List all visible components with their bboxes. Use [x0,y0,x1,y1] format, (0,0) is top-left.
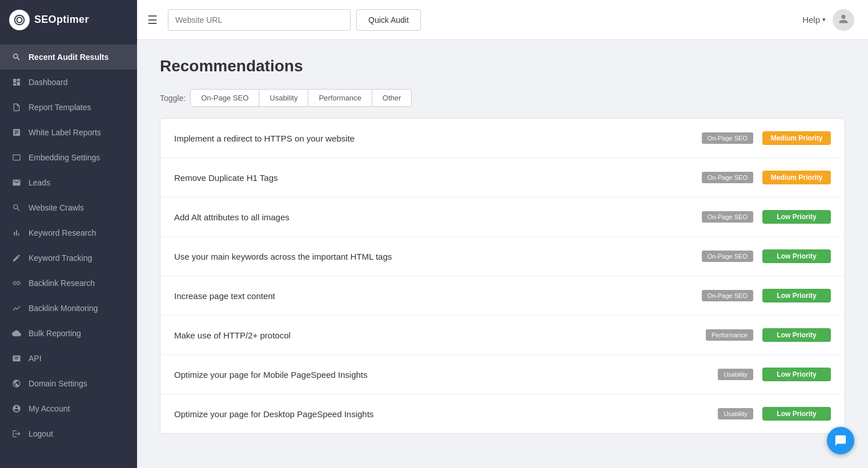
sidebar-label: Backlink Monitoring [29,304,98,313]
recommendation-item: Implement a redirect to HTTPS on your we… [160,119,845,158]
recommendation-item: Optimize your page for Mobile PageSpeed … [160,355,845,394]
sidebar-label: My Account [29,404,70,413]
rec-priority-badge: Low Priority [762,289,831,302]
rec-text: Optimize your page for Desktop PageSpeed… [174,409,709,419]
toggle-tab-on-page-seo[interactable]: On-Page SEO [191,90,259,106]
sidebar-item-embedding[interactable]: Embedding Settings [0,145,137,170]
sidebar-label: Dashboard [29,78,68,87]
keyword-research-icon [11,228,22,238]
quick-audit-button[interactable]: Quick Audit [356,9,421,31]
rec-priority-badge: Low Priority [762,210,831,224]
leads-icon [11,177,22,188]
sidebar-item-my-account[interactable]: My Account [0,396,137,421]
sidebar-label: Embedding Settings [29,153,100,162]
sidebar-label: Recent Audit Results [29,53,108,62]
dashboard-icon [11,77,22,87]
logo-text: SEOptimer [34,14,89,26]
rec-category-badge: On-Page SEO [702,211,753,223]
sidebar-item-keyword-tracking[interactable]: Keyword Tracking [0,245,137,271]
keyword-tracking-icon [11,253,22,263]
url-input[interactable] [168,9,351,31]
rec-category-badge: Performance [706,329,753,341]
sidebar-item-logout[interactable]: Logout [0,421,137,446]
recommendation-item: Use your main keywords across the import… [160,237,845,276]
recent-audit-icon [11,52,22,62]
rec-text: Implement a redirect to HTTPS on your we… [174,134,693,143]
sidebar-label: Leads [29,178,50,187]
recommendation-item: Optimize your page for Desktop PageSpeed… [160,394,845,433]
rec-priority-badge: Medium Priority [762,131,831,145]
toggle-tab-performance[interactable]: Performance [308,90,372,106]
sidebar-label: Backlink Research [29,279,95,288]
toggle-label: Toggle: [160,94,186,103]
sidebar-item-backlink-monitoring[interactable]: Backlink Monitoring [0,296,137,321]
sidebar-item-report-templates[interactable]: Report Templates [0,95,137,120]
rec-category-badge: On-Page SEO [702,172,753,183]
toggle-tabs: On-Page SEOUsabilityPerformanceOther [190,89,412,107]
rec-priority-badge: Medium Priority [762,171,831,184]
sidebar-label: Domain Settings [29,379,87,388]
embedding-icon [11,152,22,163]
rec-text: Increase page text content [174,291,693,301]
sidebar-item-white-label[interactable]: White Label Reports [0,120,137,145]
sidebar-label: API [29,354,42,363]
rec-priority-badge: Low Priority [762,328,831,342]
bulk-reporting-icon [11,328,22,338]
sidebar-label: Logout [29,429,53,438]
rec-text: Make use of HTTP/2+ protocol [174,330,697,340]
rec-priority-badge: Low Priority [762,407,831,421]
rec-priority-badge: Low Priority [762,249,831,263]
report-templates-icon [11,102,22,112]
rec-text: Add Alt attributes to all images [174,212,693,222]
recommendation-item: Make use of HTTP/2+ protocol Performance… [160,316,845,355]
white-label-icon [11,127,22,138]
toggle-row: Toggle: On-Page SEOUsabilityPerformanceO… [160,89,845,107]
rec-text: Optimize your page for Mobile PageSpeed … [174,370,709,380]
sidebar-label: White Label Reports [29,128,101,137]
sidebar-label: Report Templates [29,103,91,112]
sidebar-item-api[interactable]: API [0,346,137,371]
sidebar-label: Website Crawls [29,203,84,212]
sidebar-item-backlink-research[interactable]: Backlink Research [0,271,137,296]
toggle-tab-other[interactable]: Other [372,90,412,106]
chat-button[interactable] [827,427,854,454]
user-avatar-button[interactable] [833,9,854,31]
rec-category-badge: Usability [718,369,753,380]
rec-category-badge: On-Page SEO [702,290,753,301]
backlink-research-icon [11,278,22,288]
rec-text: Use your main keywords across the import… [174,252,693,261]
rec-text: Remove Duplicate H1 Tags [174,173,693,183]
sidebar-label: Keyword Tracking [29,253,92,263]
sidebar-item-bulk-reporting[interactable]: Bulk Reporting [0,321,137,346]
page-title: Recommendations [160,57,845,75]
sidebar: Recent Audit ResultsDashboardReport Temp… [0,40,137,468]
recommendation-item: Remove Duplicate H1 Tags On-Page SEO Med… [160,158,845,197]
my-account-icon [11,404,22,414]
sidebar-item-keyword-research[interactable]: Keyword Research [0,220,137,245]
sidebar-item-website-crawls[interactable]: Website Crawls [0,195,137,220]
sidebar-item-leads[interactable]: Leads [0,170,137,195]
toggle-tab-usability[interactable]: Usability [259,90,308,106]
logout-icon [11,429,22,439]
main-content: Recommendations Toggle: On-Page SEOUsabi… [137,40,868,468]
recommendation-item: Increase page text content On-Page SEO L… [160,276,845,316]
rec-category-badge: On-Page SEO [702,251,753,262]
rec-priority-badge: Low Priority [762,368,831,381]
sidebar-label: Keyword Research [29,228,96,237]
sidebar-item-dashboard[interactable]: Dashboard [0,70,137,95]
website-crawls-icon [11,203,22,213]
help-button[interactable]: Help ▾ [802,15,826,25]
recommendation-item: Add Alt attributes to all images On-Page… [160,197,845,237]
recommendations-list: Implement a redirect to HTTPS on your we… [160,118,845,434]
logo: SEOptimer [0,0,137,40]
hamburger-button[interactable]: ☰ [143,11,162,29]
logo-icon [9,10,30,30]
sidebar-item-domain-settings[interactable]: Domain Settings [0,371,137,396]
backlink-monitoring-icon [11,303,22,313]
sidebar-label: Bulk Reporting [29,329,81,338]
api-icon [11,353,22,364]
rec-category-badge: On-Page SEO [702,132,753,144]
rec-category-badge: Usability [718,408,753,419]
sidebar-item-recent-audit[interactable]: Recent Audit Results [0,45,137,70]
domain-settings-icon [11,378,22,389]
